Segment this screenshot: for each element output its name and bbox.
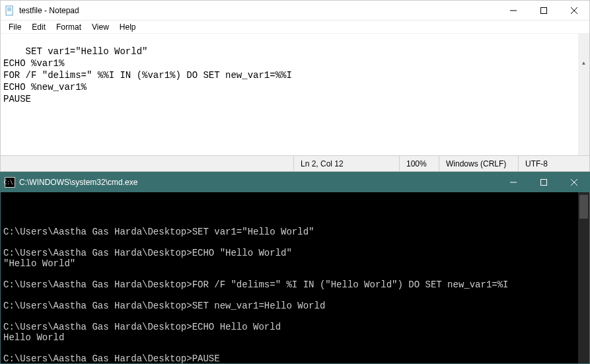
notepad-titlebar[interactable]: testfile - Notepad bbox=[1, 1, 589, 20]
statusbar: Ln 2, Col 12 100% Windows (CRLF) UTF-8 bbox=[1, 155, 589, 171]
editor-content: SET var1="Hello World" ECHO %var1% FOR /… bbox=[3, 46, 292, 104]
cmd-close-button[interactable] bbox=[559, 172, 589, 192]
status-encoding: UTF-8 bbox=[518, 156, 589, 171]
notepad-menubar: File Edit Format View Help bbox=[1, 20, 589, 34]
status-zoom: 100% bbox=[399, 156, 439, 171]
menu-edit[interactable]: Edit bbox=[26, 21, 51, 33]
notepad-window: testfile - Notepad File Edit Format View… bbox=[0, 0, 590, 172]
cmd-maximize-button[interactable] bbox=[529, 172, 559, 192]
cmd-scroll-thumb[interactable] bbox=[579, 195, 588, 219]
close-button[interactable] bbox=[559, 1, 589, 20]
cmd-lines: C:\Users\Aastha Gas Harda\Desktop>SET va… bbox=[3, 216, 587, 363]
menu-help[interactable]: Help bbox=[114, 21, 141, 33]
cmd-icon: C:\. bbox=[5, 177, 15, 188]
minimize-button[interactable] bbox=[498, 1, 529, 20]
scroll-up-button[interactable]: ▲ bbox=[578, 57, 589, 69]
maximize-button[interactable] bbox=[529, 1, 559, 20]
cmd-minimize-button[interactable] bbox=[498, 172, 529, 192]
cmd-output[interactable]: C:\Users\Aastha Gas Harda\Desktop>SET va… bbox=[1, 192, 589, 363]
cmd-window: C:\. C:\WINDOWS\system32\cmd.exe C:\User… bbox=[0, 172, 590, 364]
menu-file[interactable]: File bbox=[3, 21, 26, 33]
status-position: Ln 2, Col 12 bbox=[293, 156, 399, 171]
cmd-title: C:\WINDOWS\system32\cmd.exe bbox=[19, 178, 498, 187]
svg-rect-5 bbox=[541, 7, 547, 13]
menu-format[interactable]: Format bbox=[51, 21, 87, 33]
notepad-icon bbox=[5, 5, 15, 16]
status-eol: Windows (CRLF) bbox=[439, 156, 518, 171]
cmd-titlebar[interactable]: C:\. C:\WINDOWS\system32\cmd.exe bbox=[1, 172, 589, 192]
cmd-scrollbar[interactable] bbox=[578, 192, 589, 363]
editor-area[interactable]: SET var1="Hello World" ECHO %var1% FOR /… bbox=[1, 34, 589, 155]
window-controls bbox=[498, 1, 589, 20]
cmd-window-controls bbox=[498, 172, 589, 192]
menu-view[interactable]: View bbox=[87, 21, 114, 33]
notepad-title: testfile - Notepad bbox=[19, 6, 498, 15]
vertical-scrollbar[interactable]: ▲ bbox=[578, 34, 589, 155]
svg-rect-9 bbox=[541, 180, 547, 186]
